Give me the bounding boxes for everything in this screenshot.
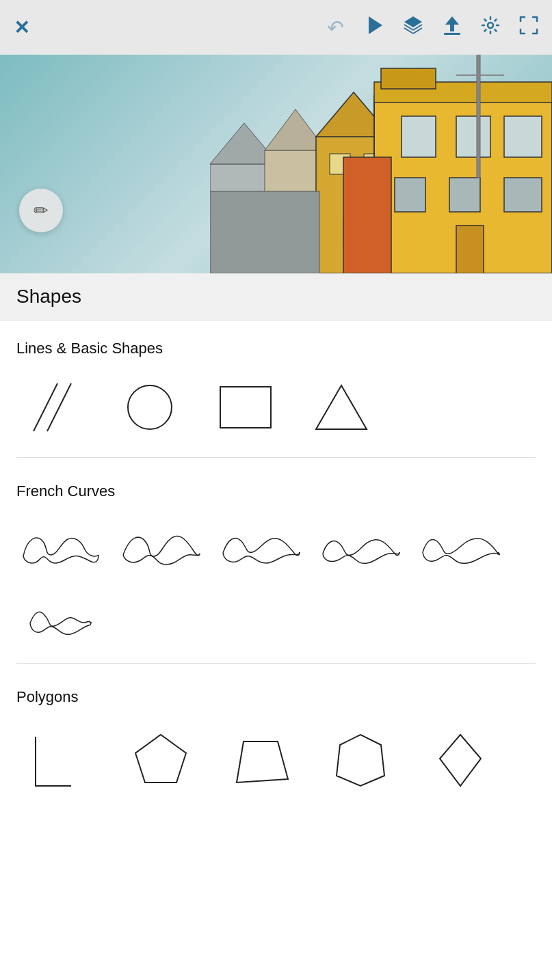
paint-icon[interactable] (363, 15, 384, 40)
undo-icon[interactable]: ↶ (327, 16, 344, 40)
divider-2 (16, 663, 536, 664)
toolbar-left: ✕ (14, 16, 29, 39)
svg-rect-23 (456, 116, 490, 157)
svg-marker-38 (135, 735, 186, 782)
panel-body: Lines & Basic Shapes (0, 321, 552, 804)
svg-rect-32 (343, 157, 391, 273)
polygon-diamond[interactable] (416, 729, 505, 791)
upload-icon[interactable] (443, 15, 462, 40)
rectangle-shape-item[interactable] (208, 377, 283, 438)
svg-rect-29 (477, 55, 480, 178)
svg-marker-40 (337, 735, 384, 786)
french-curve-5[interactable] (416, 523, 505, 571)
edit-fab[interactable]: ✏ (19, 189, 63, 232)
french-curve-2[interactable] (116, 523, 205, 571)
layers-icon[interactable] (403, 15, 423, 40)
lines-shape-item[interactable] (16, 377, 92, 438)
svg-rect-26 (449, 178, 480, 212)
svg-rect-22 (402, 116, 436, 157)
divider-1 (16, 457, 536, 458)
fullscreen-icon[interactable] (519, 16, 538, 40)
toolbar-right: ↶ (327, 15, 538, 40)
svg-rect-24 (504, 116, 542, 157)
french-curve-3[interactable] (216, 523, 305, 571)
building-illustration (210, 55, 552, 273)
svg-rect-8 (444, 33, 460, 35)
svg-marker-0 (369, 16, 382, 34)
lines-basic-shapes-title: Lines & Basic Shapes (16, 321, 536, 370)
canvas-content: ✏ (0, 55, 552, 273)
svg-rect-31 (210, 191, 319, 273)
svg-line-34 (47, 383, 71, 431)
french-curves-title: French Curves (16, 463, 536, 513)
french-curve-6[interactable] (16, 596, 105, 644)
toolbar: ✕ ↶ (0, 0, 552, 55)
french-curve-4[interactable] (316, 523, 405, 571)
svg-marker-37 (316, 385, 367, 429)
polygon-right-angle[interactable] (16, 729, 105, 791)
close-icon[interactable]: ✕ (14, 16, 29, 39)
triangle-shape-item[interactable] (304, 377, 379, 438)
svg-point-9 (488, 23, 493, 28)
french-curves-row-2 (16, 585, 536, 657)
panel-title: Shapes (16, 286, 81, 307)
panel-header: Shapes (0, 273, 552, 321)
french-curves-row-1 (16, 513, 536, 585)
polygon-hexagon[interactable] (316, 729, 405, 791)
polygons-title: Polygons (16, 669, 536, 718)
svg-rect-25 (395, 178, 425, 212)
polygon-trapezoid[interactable] (216, 729, 305, 791)
svg-point-35 (128, 385, 172, 429)
french-curve-1[interactable] (16, 523, 105, 571)
svg-marker-6 (445, 16, 459, 25)
svg-rect-28 (456, 226, 484, 273)
pencil-icon: ✏ (34, 200, 49, 221)
svg-rect-36 (220, 387, 271, 428)
svg-marker-41 (440, 735, 481, 786)
svg-marker-39 (237, 741, 288, 782)
svg-rect-21 (381, 68, 436, 89)
canvas-area[interactable]: ✏ (0, 55, 552, 273)
polygon-pentagon[interactable] (116, 729, 205, 791)
svg-rect-27 (504, 178, 542, 212)
svg-line-33 (34, 383, 57, 431)
svg-rect-7 (450, 25, 454, 31)
polygons-row (16, 718, 536, 804)
settings-icon[interactable] (481, 16, 500, 40)
basic-shapes-row (16, 370, 536, 452)
circle-shape-item[interactable] (112, 377, 187, 438)
